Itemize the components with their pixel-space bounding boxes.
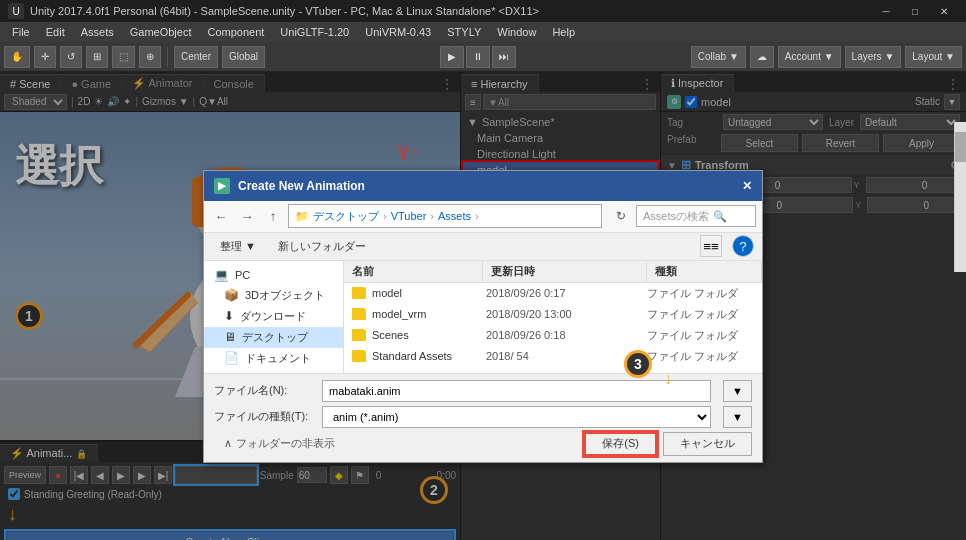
new-folder-button[interactable]: 新しいフォルダー: [270, 235, 374, 257]
sidebar-downloads[interactable]: ⬇ ダウンロード: [204, 306, 343, 327]
nav-up-button[interactable]: ↑: [262, 205, 284, 227]
filetype-dropdown-button[interactable]: ▼: [723, 406, 752, 428]
file-row-standard[interactable]: Standard Assets 2018/ 54 ファイル フォルダ: [344, 346, 762, 367]
search-box[interactable]: Assetsの検索 🔍: [636, 205, 756, 227]
center-button[interactable]: Center: [174, 46, 218, 68]
sidebar-pc[interactable]: 💻 PC: [204, 265, 343, 285]
nav-forward-button[interactable]: →: [236, 205, 258, 227]
down-arrow-3: ↓: [664, 370, 672, 388]
folder-icon-standard: [352, 350, 366, 362]
file-date-vrm: 2018/09/20 13:00: [486, 308, 647, 320]
step-button[interactable]: ⏭: [492, 46, 516, 68]
hand-tool-button[interactable]: ✋: [4, 46, 30, 68]
transform-tool-button[interactable]: ⊕: [139, 46, 161, 68]
play-button[interactable]: ▶: [440, 46, 464, 68]
3d-icon: 📦: [224, 288, 239, 302]
pc-icon: 💻: [214, 268, 229, 282]
account-button[interactable]: Account ▼: [778, 46, 841, 68]
dialog-title-bar: ▶ Create New Animation ✕: [204, 171, 762, 201]
organize-button[interactable]: 整理 ▼: [212, 235, 264, 257]
dialog-file-list: 名前 更新日時 種類 model 2018/09/26 0:17 ファイル フォ…: [344, 261, 762, 373]
hidden-folder-toggle[interactable]: ∧: [224, 437, 232, 450]
sidebar-documents[interactable]: 📄 ドキュメント: [204, 348, 343, 369]
menu-edit[interactable]: Edit: [38, 24, 73, 40]
file-date-model: 2018/09/26 0:17: [486, 287, 647, 299]
minimize-button[interactable]: ─: [872, 0, 900, 22]
file-scenes-label: Scenes: [372, 329, 409, 341]
search-icon: 🔍: [713, 210, 727, 223]
pause-button[interactable]: ⏸: [466, 46, 490, 68]
folder-icon-scenes: [352, 329, 366, 341]
rect-tool-button[interactable]: ⬚: [112, 46, 135, 68]
file-type-scenes: ファイル フォルダ: [647, 328, 754, 343]
view-options-button[interactable]: ≡≡: [700, 235, 722, 257]
folder-icon-vrm: [352, 308, 366, 320]
rotate-tool-button[interactable]: ↺: [60, 46, 82, 68]
scrollbar[interactable]: [954, 122, 966, 272]
col-name[interactable]: 名前: [344, 261, 483, 282]
desktop-icon: 🖥: [224, 330, 236, 344]
cancel-button[interactable]: キャンセル: [663, 432, 752, 456]
dialog-nav: ← → ↑ 📁 デスクトップ › VTuber › Assets › ↻ Ass…: [204, 201, 762, 233]
menu-window[interactable]: Window: [489, 24, 544, 40]
file-date-standard: 2018/ 54: [486, 350, 647, 362]
dialog-close-button[interactable]: ✕: [742, 179, 752, 193]
footer-buttons: 保存(S) キャンセル: [584, 432, 752, 456]
main-area: # Scene ● Game ⚡ Animator Console ⋮ Shad…: [0, 72, 966, 540]
file-type-standard: ファイル フォルダ: [647, 349, 754, 364]
file-row-scenes[interactable]: Scenes 2018/09/26 0:18 ファイル フォルダ: [344, 325, 762, 346]
footer-bottom: ∧ フォルダーの非表示 保存(S) キャンセル: [214, 432, 752, 456]
collab-button[interactable]: Collab ▼: [691, 46, 746, 68]
menu-gameobject[interactable]: GameObject: [122, 24, 200, 40]
search-placeholder: Assetsの検索: [643, 209, 709, 224]
help-button[interactable]: ?: [732, 235, 754, 257]
filename-input[interactable]: [322, 380, 711, 402]
file-list-header: 名前 更新日時 種類: [344, 261, 762, 283]
breadcrumb-assets[interactable]: Assets: [438, 210, 471, 222]
file-name-standard: Standard Assets: [352, 350, 486, 362]
breadcrumb: 📁 デスクトップ › VTuber › Assets ›: [288, 204, 602, 228]
layers-button[interactable]: Layers ▼: [845, 46, 902, 68]
global-button[interactable]: Global: [222, 46, 265, 68]
sidebar-3d-objects[interactable]: 📦 3Dオブジェクト: [204, 285, 343, 306]
col-date[interactable]: 更新日時: [483, 261, 647, 282]
close-button[interactable]: ✕: [930, 0, 958, 22]
menu-file[interactable]: File: [4, 24, 38, 40]
menu-assets[interactable]: Assets: [73, 24, 122, 40]
menu-help[interactable]: Help: [544, 24, 583, 40]
nav-back-button[interactable]: ←: [210, 205, 232, 227]
filename-dropdown-button[interactable]: ▼: [723, 380, 752, 402]
scrollbar-thumb[interactable]: [955, 132, 966, 162]
hidden-folder-row: ∧ フォルダーの非表示: [214, 434, 345, 454]
dialog-sidebar: 💻 PC 📦 3Dオブジェクト ⬇ ダウンロード 🖥 デスクトップ: [204, 261, 344, 373]
window-controls: ─ □ ✕: [872, 0, 958, 22]
layout-button[interactable]: Layout ▼: [905, 46, 962, 68]
filename-label: ファイル名(N):: [214, 383, 314, 398]
move-tool-button[interactable]: ✛: [34, 46, 56, 68]
file-row-model-vrm[interactable]: model_vrm 2018/09/20 13:00 ファイル フォルダ: [344, 304, 762, 325]
breadcrumb-icon: 📁: [295, 210, 309, 223]
filetype-select[interactable]: anim (*.anim): [322, 406, 711, 428]
col-type[interactable]: 種類: [647, 261, 762, 282]
maximize-button[interactable]: □: [901, 0, 929, 22]
dialog-toolbar: 整理 ▼ 新しいフォルダー ≡≡ ?: [204, 233, 762, 261]
breadcrumb-vtuber[interactable]: VTuber: [391, 210, 427, 222]
menu-univrm[interactable]: UniVRM-0.43: [357, 24, 439, 40]
file-type-vrm: ファイル フォルダ: [647, 307, 754, 322]
menu-unigltf[interactable]: UniGLTF-1.20: [272, 24, 357, 40]
cloud-button[interactable]: ☁: [750, 46, 774, 68]
title-bar: U Unity 2017.4.0f1 Personal (64bit) - Sa…: [0, 0, 966, 22]
scale-tool-button[interactable]: ⊞: [86, 46, 108, 68]
breadcrumb-desktop[interactable]: デスクトップ: [313, 209, 379, 224]
menu-styly[interactable]: STYLY: [439, 24, 489, 40]
sep3: ›: [475, 210, 479, 222]
file-standard-label: Standard Assets: [372, 350, 452, 362]
hidden-folder-label: フォルダーの非表示: [236, 436, 335, 451]
nav-refresh-button[interactable]: ↻: [610, 205, 632, 227]
file-row-model[interactable]: model 2018/09/26 0:17 ファイル フォルダ: [344, 283, 762, 304]
sidebar-desktop[interactable]: 🖥 デスクトップ: [204, 327, 343, 348]
desktop-label: デスクトップ: [242, 330, 308, 345]
menu-component[interactable]: Component: [199, 24, 272, 40]
save-button[interactable]: 保存(S): [584, 432, 657, 456]
separator-1: [167, 47, 168, 67]
